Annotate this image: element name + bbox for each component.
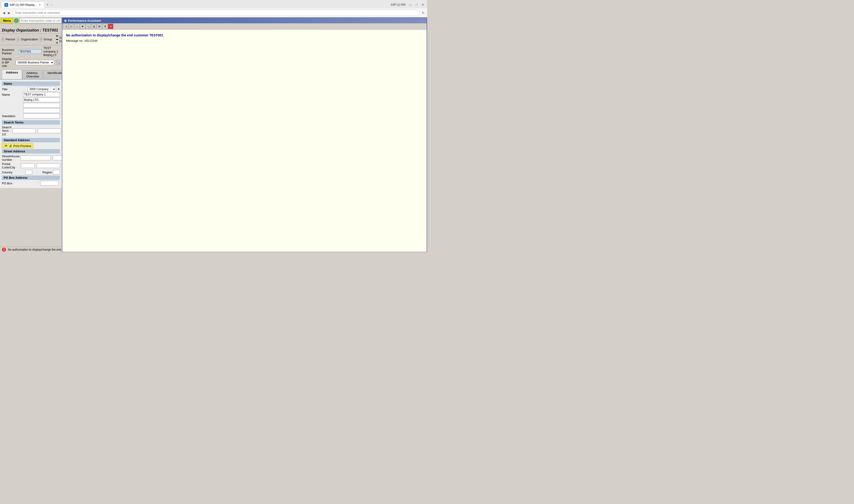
sap-application: Menu ✓ ▼ ◁ ▷ 💾 ⬛ ⬛ 🖨 🔍 ? Display Organiz… [0, 18, 427, 252]
title-select[interactable]: 3000 Company [28, 87, 56, 91]
salutation-row: Salutation [2, 114, 60, 118]
tab-address[interactable]: Address [2, 70, 22, 79]
check-icon: ✓ [14, 18, 19, 23]
perf-close-button[interactable]: ✕ [108, 24, 113, 29]
region-label: Region [42, 170, 52, 174]
sap-title-bar: Display Organization : TEST001 [0, 27, 62, 34]
nav-back-button[interactable]: ◀ [2, 10, 6, 15]
view-tab-group[interactable]: Group [43, 38, 52, 41]
name-section-label: Name [4, 82, 12, 85]
perf-bookmark-button[interactable]: ★ [80, 24, 85, 29]
search-term-label: Search Term 1/2 [2, 126, 12, 136]
perf-assistant-toolbar: ◁ ▷ ⌂ ★ 🔍 🖨 ⚙ ⬆ ✕ [62, 23, 427, 30]
display-in-bp-role-label: Display in BP role [2, 57, 14, 68]
standard-address-label: Standard Address [4, 138, 30, 142]
street-address-header[interactable]: Street Address [2, 149, 60, 154]
house-number-input[interactable] [53, 156, 62, 160]
nav-refresh-button[interactable]: ↻ [421, 10, 425, 15]
postal-code-input[interactable] [21, 163, 35, 168]
view-tab-organization[interactable]: Organization [21, 38, 38, 41]
view-tab-icon-group[interactable]: □ [40, 37, 42, 41]
perf-home-button[interactable]: ⌂ [74, 24, 79, 29]
browser-tab-active[interactable]: S S4P (1) 000 Display... ✕ [1, 1, 45, 8]
business-partner-row: Business Partner TEST company 1 Beijing … [2, 46, 60, 57]
bp-role-search-icon[interactable]: 🔍 [56, 60, 60, 65]
title-row: Title 3000 Company ▼ [2, 87, 60, 91]
perf-settings-button[interactable]: ⚙ [97, 24, 102, 29]
address-bar-input[interactable] [13, 10, 420, 16]
sap-tab-content: Name Title 3000 Company ▼ Name [0, 79, 62, 188]
name-input-4[interactable] [23, 108, 60, 113]
country-input[interactable] [25, 170, 32, 175]
perf-message-number: Message no. VELO244 [66, 39, 423, 42]
salutation-input[interactable] [23, 114, 60, 118]
perf-assistant-title-bar: ⊞ Performance Assistant [62, 18, 427, 23]
country-label: Country [2, 170, 24, 174]
view-tab-person[interactable]: Person [5, 38, 15, 41]
nav-forward-button[interactable]: ▶ [7, 10, 11, 15]
perf-export-button[interactable]: ⬆ [103, 24, 108, 29]
name-input-1[interactable] [23, 92, 60, 97]
name-input-3[interactable] [23, 103, 60, 108]
perf-assistant-title: Performance Assistant [68, 19, 101, 22]
view-tab-icon-person[interactable]: □ [2, 37, 4, 41]
postal-city-label: Postal Code/City [2, 162, 20, 169]
status-error-icon: ! [2, 248, 6, 252]
business-partner-name: TEST company 1 Beijing LT [43, 46, 60, 57]
po-box-input[interactable] [40, 181, 59, 185]
display-bp-role-row: Display in BP role 000000 Business Partn… [2, 57, 60, 68]
tab-address-overview[interactable]: Address Overview [22, 70, 43, 79]
name-row-1: Name [2, 92, 60, 97]
sap-content-tabs: Address Address Overview Identification … [0, 69, 62, 79]
browser-window-controls: S4P (1) 000 — □ ✕ [391, 2, 426, 7]
name-section-header[interactable]: Name [2, 82, 60, 86]
perf-assistant-icon: ⊞ [64, 19, 67, 22]
tab-close-button[interactable]: ✕ [38, 3, 41, 6]
perf-error-message: No authorization to display/change the e… [66, 33, 423, 37]
perf-print-button[interactable]: 🖨 [91, 24, 96, 29]
search-term-input-2[interactable] [38, 129, 61, 133]
standard-address-header[interactable]: Standard Address [2, 138, 60, 142]
print-preview-button[interactable]: ⇄ 🖨 Print Preview [2, 143, 33, 148]
business-partner-input[interactable] [18, 49, 41, 54]
window-close-button[interactable]: ✕ [420, 2, 426, 7]
country-row: Country Region [2, 170, 60, 175]
view-tabs-row: □ Person □ Organization □ Group ⬅ ➡ ✦ Ge… [0, 34, 62, 45]
transaction-input[interactable] [20, 18, 61, 23]
page-title: Display Organization : TEST001 [2, 28, 58, 32]
street-house-label: Street/House number [2, 155, 20, 161]
menu-button[interactable]: Menu [1, 18, 13, 23]
browser-chrome: S S4P (1) 000 Display... ✕ + ··· S4P (1)… [0, 0, 427, 18]
view-tab-icon-organization[interactable]: □ [17, 37, 19, 41]
tab-more-button[interactable]: ··· [50, 3, 53, 6]
performance-assistant-dialog: ⊞ Performance Assistant ◁ ▷ ⌂ ★ 🔍 🖨 ⚙ ⬆ … [62, 18, 427, 252]
print-preview-row: ⇄ 🖨 Print Preview [2, 143, 60, 148]
name-label: Name [2, 93, 22, 96]
name-row-4 [2, 108, 60, 113]
general-data-label: General Data [59, 36, 62, 43]
new-tab-button[interactable]: + [45, 2, 50, 7]
city-input[interactable] [37, 163, 60, 168]
business-partner-label: Business Partner [2, 48, 16, 55]
name-row-3 [2, 103, 60, 108]
region-input[interactable] [53, 170, 60, 175]
po-box-header[interactable]: PO Box Address [2, 176, 60, 180]
street-input[interactable] [20, 156, 51, 160]
perf-search-button[interactable]: 🔍 [86, 24, 91, 29]
minimize-button[interactable]: — [408, 2, 413, 7]
display-bp-role-select[interactable]: 000000 Business Partner [16, 60, 54, 65]
perf-back-button[interactable]: ◁ [63, 24, 68, 29]
tab-identification[interactable]: Identification [43, 70, 62, 79]
maximize-button[interactable]: □ [414, 2, 419, 7]
name-input-2[interactable] [23, 97, 60, 102]
postal-city-row: Postal Code/City [2, 162, 60, 169]
search-terms-header[interactable]: Search Terms [2, 120, 60, 125]
address-copy-icon: ⇄ [4, 144, 8, 148]
tab-label: S4P (1) 000 Display... [10, 3, 37, 6]
browser-tab-bar: S S4P (1) 000 Display... ✕ + ··· S4P (1)… [0, 0, 427, 8]
po-box-row: PO Box [2, 181, 60, 185]
print-icon: 🖨 [8, 144, 12, 148]
search-term-input-1[interactable] [12, 129, 36, 133]
perf-forward-button[interactable]: ▷ [69, 24, 74, 29]
title-label: Title [2, 88, 26, 91]
